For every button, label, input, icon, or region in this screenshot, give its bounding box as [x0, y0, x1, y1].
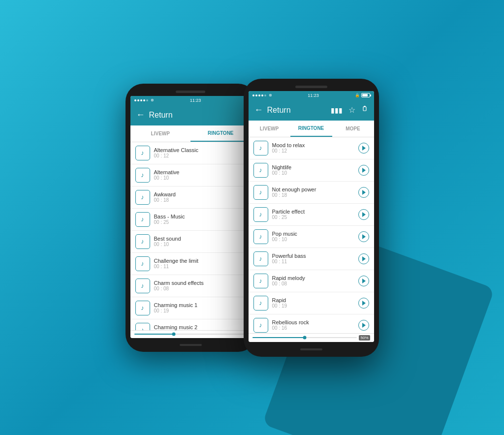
tab-ringtone-left[interactable]: RINGTONE — [190, 125, 251, 142]
play-button[interactable] — [358, 253, 369, 264]
phone-left: ⊗ 11:23 ← Return LIVEWP RINGTONE — [126, 84, 256, 352]
music-icon-box: ♪ — [253, 229, 268, 244]
music-icon-box: ♪ — [135, 256, 150, 271]
phone-left-screen: ⊗ 11:23 ← Return LIVEWP RINGTONE — [130, 96, 251, 338]
tab-mope-right[interactable]: MOPE — [332, 121, 374, 137]
tab-livewp-right[interactable]: LIVEWP — [249, 121, 290, 137]
item-duration: 00 : 10 — [272, 170, 354, 176]
list-item[interactable]: ♪ Particle effect00 : 25 — [249, 204, 374, 226]
progress-bar-left — [130, 330, 251, 338]
item-title: Pop music — [272, 231, 354, 237]
item-duration: 00 : 19 — [154, 308, 246, 313]
app-header-left: ← Return — [130, 105, 251, 125]
item-title: Nightlife — [272, 164, 354, 170]
list-left: ♪ Alternative Classic00 : 12 ♪ Alternati… — [130, 142, 251, 330]
list-item[interactable]: ♪ Best sound00 : 10 — [130, 231, 251, 253]
list-item[interactable]: ♪ Charming music 100 : 19 — [130, 297, 251, 319]
music-icon-box: ♪ — [253, 274, 268, 288]
music-icon-box: ♪ — [135, 301, 150, 315]
item-duration: 00 : 12 — [272, 148, 354, 154]
star-icon[interactable]: ☆ — [348, 105, 355, 115]
item-title: Bass - Music — [154, 214, 246, 219]
header-title-left: Return — [149, 111, 173, 120]
item-duration: 00 : 10 — [272, 237, 354, 242]
list-item[interactable]: ♪ Challenge the limit00 : 11 — [130, 253, 251, 275]
music-icon-box: ♪ — [135, 279, 150, 293]
item-title: Mood to relax — [272, 142, 354, 148]
list-item[interactable]: ♪ Alternative Classic00 : 12 — [130, 142, 251, 164]
play-button[interactable] — [358, 209, 369, 220]
tabs-right: LIVEWP RINGTONE MOPE — [249, 121, 374, 137]
item-duration: 00 : 25 — [154, 219, 246, 225]
music-icon-box: ♪ — [135, 234, 150, 249]
list-item[interactable]: ♪ Alternative00 : 10 — [130, 164, 251, 186]
item-title: Particle effect — [272, 209, 354, 215]
app-header-right: ← Return ▮▮▮ ☆ — [249, 100, 374, 121]
play-button[interactable] — [358, 165, 369, 176]
item-duration: 00 : 11 — [154, 264, 246, 269]
list-item[interactable]: ♪ Rebellious rock00 : 16 — [249, 314, 374, 333]
list-item[interactable]: ♪ Powerful bass00 : 11 — [249, 248, 374, 270]
item-title: Powerful bass — [272, 253, 354, 259]
item-duration: 00 : 08 — [154, 286, 246, 291]
music-icon-box: ♪ — [135, 323, 150, 330]
list-item[interactable]: ♪ Nightlife00 : 10 — [249, 159, 374, 182]
list-item[interactable]: ♪ Rapid00 : 19 — [249, 292, 374, 314]
item-title: Challenge the limit — [154, 258, 246, 264]
item-title: Alternative Classic — [154, 147, 246, 153]
list-item[interactable]: ♪ Charm sound effects00 : 08 — [130, 275, 251, 297]
play-button[interactable] — [358, 320, 369, 331]
play-button[interactable] — [358, 276, 369, 286]
status-bar-right: ⊗ 11:23 🔒 — [249, 91, 374, 100]
tab-ringtone-right[interactable]: RINGTONE — [290, 121, 332, 137]
play-button[interactable] — [358, 143, 369, 154]
item-title: Rebellious rock — [272, 319, 354, 325]
item-title: Alternative — [154, 169, 246, 175]
music-icon-box: ♪ — [253, 141, 268, 155]
phone-right-screen: ⊗ 11:23 🔒 ← Return — [249, 91, 374, 342]
item-title: Charming music 2 — [154, 324, 246, 330]
list-item[interactable]: ♪ Awkward00 : 18 — [130, 186, 251, 209]
svg-rect-0 — [363, 107, 366, 111]
progress-pct-label: 50% — [359, 335, 370, 341]
item-duration: 00 : 16 — [272, 325, 354, 331]
phone-right: ⊗ 11:23 🔒 ← Return — [244, 79, 379, 357]
item-title: Not enough power — [272, 186, 354, 192]
item-duration: 00 : 18 — [272, 192, 354, 198]
tab-livewp-left[interactable]: LIVEWP — [130, 125, 191, 142]
play-button[interactable] — [358, 298, 369, 309]
music-icon-box: ♪ — [253, 185, 268, 200]
item-duration: 00 : 10 — [154, 242, 246, 247]
list-item[interactable]: ♪ Rapid melody00 : 08 — [249, 270, 374, 292]
list-item[interactable]: ♪ Pop music00 : 10 — [249, 226, 374, 248]
status-time-right: 11:23 — [272, 93, 355, 98]
item-duration: 00 : 10 — [154, 175, 246, 181]
phone-left-bottom — [130, 338, 251, 352]
item-title: Awkward — [154, 191, 246, 197]
share-icon[interactable] — [361, 106, 368, 114]
item-duration: 00 : 19 — [272, 303, 354, 309]
tabs-left: LIVEWP RINGTONE — [130, 125, 251, 142]
item-title: Charm sound effects — [154, 280, 246, 286]
play-button[interactable] — [358, 187, 369, 198]
back-button-left[interactable]: ← — [136, 110, 145, 120]
item-title: Rapid — [272, 297, 354, 303]
progress-bar-right: 50% — [249, 333, 374, 342]
music-icon-box: ♪ — [135, 146, 150, 160]
play-button[interactable] — [358, 231, 369, 242]
list-item[interactable]: ♪ Not enough power00 : 18 — [249, 182, 374, 204]
status-time-left: 11:23 — [154, 98, 237, 103]
music-icon-box: ♪ — [135, 168, 150, 183]
list-item[interactable]: ♪ Bass - Music00 : 25 — [130, 209, 251, 231]
list-item[interactable]: ♪ Charming music 200 : 16 — [130, 319, 251, 330]
list-item[interactable]: ♪ Mood to relax00 : 12 — [249, 137, 374, 159]
phone-left-speaker — [176, 91, 205, 93]
music-icon-box: ♪ — [253, 296, 268, 311]
music-icon-box: ♪ — [135, 212, 150, 227]
music-icon-box: ♪ — [253, 207, 268, 222]
back-button-right[interactable]: ← — [254, 105, 263, 115]
bars-icon[interactable]: ▮▮▮ — [331, 106, 343, 114]
header-title-right: Return — [267, 106, 331, 115]
item-title: Rapid melody — [272, 275, 354, 281]
list-right: ♪ Mood to relax00 : 12 ♪ Nightlife00 : 1… — [249, 137, 374, 333]
